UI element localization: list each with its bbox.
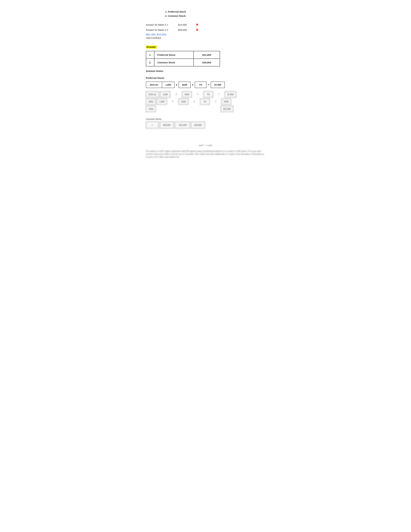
answer-table-row: 2. Common Stock $19,000 — [146, 59, 220, 66]
row-value: $21,000 — [194, 51, 220, 59]
hide-feedback-link[interactable]: Hide Feedback — [146, 37, 265, 39]
calc-eq: = — [206, 82, 211, 88]
blank2-value: $26,000 — [178, 28, 194, 31]
blank2-label: Answer for blank # 2: — [146, 28, 178, 31]
list-item-1: 1. Preferred Stock — [165, 10, 265, 14]
op-cell: x — [193, 91, 202, 97]
numbered-list: 1. Preferred Stock 2. Common Stock — [165, 10, 265, 18]
blurred-row-total: Total $21,000 — [146, 106, 265, 112]
blurred-cell: 7% — [203, 91, 213, 97]
answer-table: 1. Preferred Stock $21,000 2. Common Sto… — [146, 51, 220, 66]
common-cell-3: - $21,000 — [175, 122, 190, 128]
blurred-row-2: 2016 1,000 x $100 x 7% = $700 — [146, 98, 265, 105]
blurred-row-1: 2015 arr 1,000 x $100 x 7% = $7,000 — [146, 91, 265, 97]
blurred-total-cell: $21,000 — [221, 106, 234, 112]
blurred-cell: $100 — [178, 98, 188, 105]
op-cell: x — [171, 91, 181, 97]
blurred-cell: 7% — [200, 98, 210, 105]
correction-text: ($21,000, $19,000) — [146, 33, 265, 36]
calc-col4: 7% — [195, 82, 206, 88]
formula-display: pmtn-1 = i+pmt — [146, 144, 265, 147]
common-cell-4: $19,000 — [191, 122, 205, 128]
row-num: 1. — [146, 51, 154, 59]
blurred-cell: $7,000 — [225, 91, 236, 97]
calc-col2: 1,000 — [162, 82, 174, 88]
common-blurred-row: = $40,000 - $21,000 $19,000 — [146, 122, 265, 128]
blurred-cell: 2016 — [146, 98, 156, 105]
blank1-value: $14,000 — [178, 23, 194, 26]
row-num: 2. — [146, 59, 154, 66]
common-cell-2: $40,000 — [160, 122, 174, 128]
calc-col5: $7,000 — [211, 82, 225, 88]
common-stock-section: Common Stock: = $40,000 - $21,000 $19,00… — [146, 118, 265, 128]
eq-cell: = — [211, 98, 220, 105]
blank2-wrong-icon: ✖ — [196, 28, 199, 32]
answer-heading: Answer: — [146, 46, 157, 49]
calc-header-row: 2014 arr 1,000 x $100 x 7% = $7,000 — [146, 82, 225, 88]
blurred-cell: 1,000 — [160, 91, 170, 97]
op-cell: x — [189, 98, 199, 105]
calc-col3: $100 — [179, 82, 190, 88]
blurred-cell: $100 — [182, 91, 192, 97]
row-value: $19,000 — [194, 59, 220, 66]
blank2-row: Answer for blank # 2: $26,000 ✖ — [146, 28, 265, 32]
row-label: Common Stock — [154, 59, 194, 66]
blank1-row: Answer for blank # 1: $14,000 ✖ — [146, 23, 265, 27]
blank1-wrong-icon: ✖ — [196, 23, 199, 27]
blurred-rows-container: 2015 arr 1,000 x $100 x 7% = $7,000 2016… — [146, 91, 265, 112]
answer-section: Answer: 1. Preferred Stock $21,000 2. Co… — [146, 46, 265, 66]
blurred-cell: 1,000 — [157, 98, 167, 105]
blurred-cell: $700 — [221, 98, 231, 105]
answer-table-row: 1. Preferred Stock $21,000 — [146, 51, 220, 59]
blurred-cell: 2015 arr — [146, 91, 159, 97]
calc-op1: x — [174, 82, 179, 88]
common-cell-1: = — [146, 122, 159, 128]
bottom-formula-section: pmtn-1 = i+pmt — [146, 144, 265, 147]
common-stock-label: Common Stock: — [146, 118, 265, 120]
op-cell: x — [168, 98, 177, 105]
preferred-stock-heading: Preferred Stock: — [146, 76, 265, 79]
preferred-calc-table: 2014 arr 1,000 x $100 x 7% = $7,000 — [146, 82, 225, 88]
calc-op2: x — [190, 82, 195, 88]
bottom-paragraph: For instance, in 2014, Alpha Corporation… — [146, 150, 265, 159]
list-item-2: 2. Common Stock — [165, 14, 265, 18]
row-label: Preferred Stock — [154, 51, 194, 59]
solution-notes-heading: Solution Notes: — [146, 70, 265, 72]
blank1-label: Answer for blank # 1: — [146, 23, 178, 26]
eq-cell: = — [214, 91, 224, 97]
blurred-cell: Total — [146, 106, 156, 112]
calc-col1: 2014 arr — [146, 82, 162, 88]
